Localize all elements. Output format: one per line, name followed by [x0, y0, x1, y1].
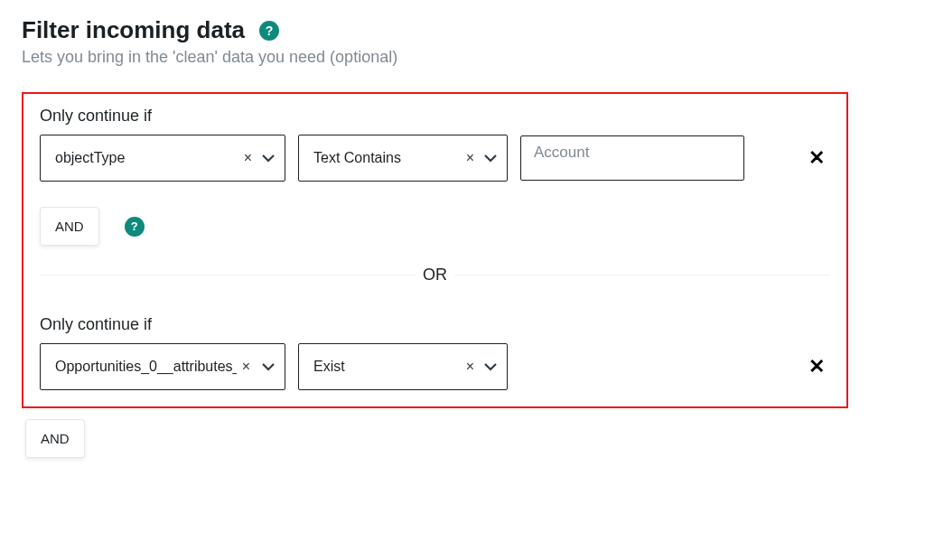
operator-select-value: Exist	[313, 359, 459, 375]
chevron-down-icon[interactable]	[483, 151, 498, 165]
or-divider: OR	[40, 266, 830, 285]
group-label: Only continue if	[40, 315, 830, 334]
operator-select-value: Text Contains	[313, 150, 459, 166]
operator-select[interactable]: Exist ×	[298, 343, 508, 390]
filter-groups-highlight: Only continue if objectType × Text Conta…	[22, 92, 848, 408]
chevron-down-icon[interactable]	[261, 151, 276, 165]
filter-group: Only continue if objectType × Text Conta…	[40, 107, 830, 246]
chevron-down-icon[interactable]	[483, 359, 498, 374]
field-select[interactable]: Opportunities_0__attributes__ ×	[40, 343, 285, 390]
field-select[interactable]: objectType ×	[40, 135, 285, 182]
help-icon[interactable]: ?	[125, 217, 145, 237]
value-input-text: Account	[534, 144, 589, 162]
page-subtitle: Lets you bring in the 'clean' data you n…	[22, 48, 903, 67]
delete-row-icon[interactable]: ✕	[803, 143, 830, 173]
operator-select[interactable]: Text Contains ×	[298, 135, 508, 182]
divider-line	[40, 275, 416, 275]
clear-icon[interactable]: ×	[244, 151, 252, 165]
delete-row-icon[interactable]: ✕	[803, 351, 830, 382]
help-icon[interactable]: ?	[259, 21, 279, 41]
filter-group: Only continue if Opportunities_0__attrib…	[40, 315, 830, 390]
chevron-down-icon[interactable]	[261, 359, 276, 374]
or-label: OR	[416, 266, 454, 285]
divider-line	[454, 275, 830, 275]
group-label: Only continue if	[40, 107, 830, 126]
field-select-value: Opportunities_0__attributes__	[55, 359, 237, 375]
field-select-value: objectType	[55, 150, 237, 166]
clear-icon[interactable]: ×	[466, 151, 474, 165]
filter-row: objectType × Text Contains × A	[40, 135, 830, 182]
filter-row: Opportunities_0__attributes__ × Exist ×	[40, 343, 830, 390]
page-title: Filter incoming data	[22, 16, 245, 44]
clear-icon[interactable]: ×	[466, 359, 474, 374]
and-button[interactable]: AND	[40, 207, 99, 246]
and-button[interactable]: AND	[25, 419, 85, 458]
value-input[interactable]: Account	[520, 135, 744, 181]
clear-icon[interactable]: ×	[242, 359, 250, 374]
